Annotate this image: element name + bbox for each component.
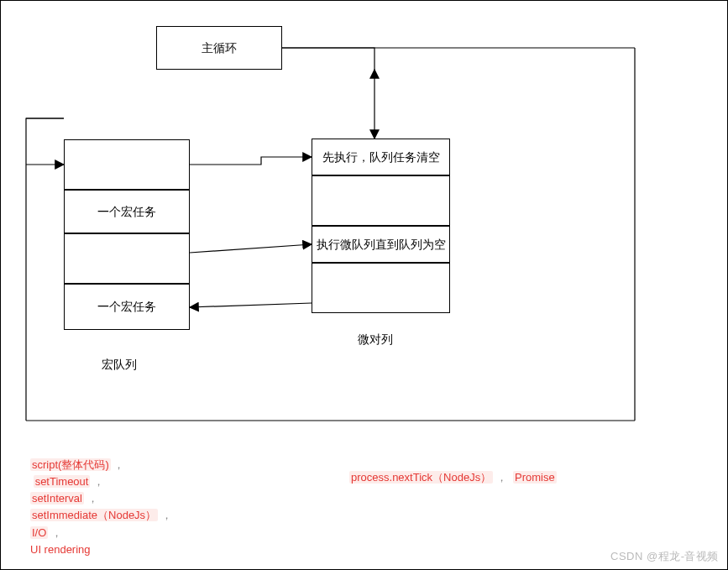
macro-slot-0: [64, 139, 190, 190]
micro-slot-2: 执行微队列直到队列为空: [312, 226, 450, 263]
macro-ex-setinterval: setInterval ，: [30, 490, 172, 507]
micro-slot-0: 先执行，队列任务清空: [312, 139, 450, 175]
sep: ，: [51, 526, 62, 539]
macro-ex-setimmediate: setImmediate（NodeJs） ，: [30, 507, 172, 524]
macro-ex-uirender: UI rendering: [30, 541, 172, 558]
sep: ，: [113, 458, 124, 471]
diagram-canvas: 主循环 一个宏任务 一个宏任务 宏队列 先执行，队列任务清空 执行微队列直到队列…: [0, 0, 728, 570]
macro-item-0: 一个宏任务: [97, 204, 156, 219]
micro-ex-nexttick: process.nextTick（NodeJs）: [349, 471, 493, 484]
macro-ex-settimeout: setTimeout ，: [30, 473, 172, 490]
micro-slot-3: [312, 263, 450, 313]
macro-queue-label: 宏队列: [102, 358, 137, 373]
macro-ex-script: script(整体代码) ，: [30, 457, 172, 473]
sep: ，: [161, 509, 172, 521]
micro-slot-1: [312, 175, 450, 226]
micro-queue-label: 微对列: [358, 332, 393, 348]
macro-ex-io: I/O ，: [30, 525, 172, 541]
macro-examples: script(整体代码) ， setTimeout ， setInterval …: [30, 457, 172, 558]
micro-step-0: 先执行，队列任务清空: [322, 149, 440, 165]
macro-ex-setimmediate-text: setImmediate（NodeJs）: [30, 509, 158, 521]
sep: ，: [496, 471, 507, 484]
main-loop-label: 主循环: [202, 40, 237, 55]
micro-examples: process.nextTick（NodeJs） ， Promise: [349, 469, 557, 486]
micro-step-1: 执行微队列直到队列为空: [317, 237, 446, 252]
macro-ex-setinterval-text: setInterval: [30, 492, 84, 505]
macro-slot-3: 一个宏任务: [64, 284, 190, 330]
macro-ex-script-text: script(整体代码): [30, 458, 111, 471]
watermark: CSDN @程龙-音视频: [610, 549, 719, 564]
macro-slot-1: 一个宏任务: [64, 190, 190, 233]
macro-ex-settimeout-text: setTimeout: [34, 475, 91, 488]
macro-slot-2: [64, 233, 190, 284]
sep: ，: [87, 492, 98, 505]
box-main-loop: 主循环: [156, 26, 282, 70]
macro-ex-uirender-text: UI rendering: [30, 543, 91, 556]
macro-item-1: 一个宏任务: [97, 299, 156, 314]
micro-ex-promise: Promise: [513, 471, 557, 484]
sep: ，: [93, 475, 104, 488]
macro-ex-io-text: I/O: [30, 526, 48, 539]
